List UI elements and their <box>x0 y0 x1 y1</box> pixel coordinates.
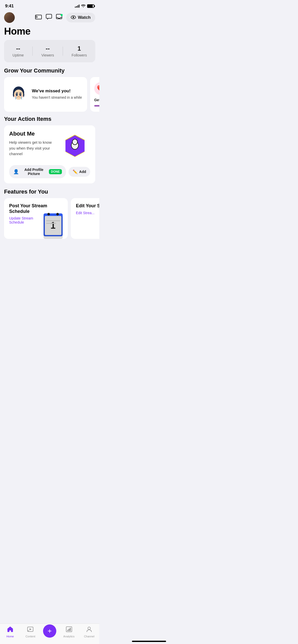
svg-point-18 <box>47 213 50 215</box>
viewers-value: -- <box>46 45 50 52</box>
svg-rect-23 <box>44 216 63 239</box>
svg-point-7 <box>14 90 23 100</box>
add-profile-label: Add Profile Picture <box>21 168 47 176</box>
about-me-description: Help viewers get to know you when they v… <box>9 140 57 157</box>
get-followers-text: Get 50 Follo... <box>94 98 99 102</box>
edit-stream-link[interactable]: Edit Strea... <box>76 211 99 215</box>
schedule-illustration: 1 <box>38 210 68 239</box>
watch-button-label: Watch <box>78 15 91 20</box>
stat-uptime: -- Uptime <box>12 45 24 57</box>
grow-community-scroll: We've missed you! You haven't streamed i… <box>0 77 99 116</box>
uptime-label: Uptime <box>12 53 24 57</box>
followers-progress-bar <box>94 105 99 107</box>
missed-title: We've missed you! <box>32 89 82 94</box>
followers-label: Followers <box>72 53 87 57</box>
done-badge: DONE <box>49 169 62 174</box>
add-label: Add <box>79 170 86 174</box>
stats-card: -- Uptime -- Viewers 1 Followers <box>4 40 95 62</box>
followers-value: 1 <box>77 45 81 52</box>
section-grow-title: Grow Your Community <box>0 67 99 77</box>
svg-point-11 <box>20 94 21 95</box>
missed-you-card[interactable]: We've missed you! You haven't streamed i… <box>4 77 87 112</box>
pencil-icon: ✏️ <box>73 169 78 174</box>
app-header: Watch <box>0 10 99 25</box>
missed-mascot <box>9 85 28 104</box>
status-icons <box>75 4 94 8</box>
viewers-label: Viewers <box>41 53 54 57</box>
svg-point-12 <box>14 96 16 97</box>
battery-icon <box>87 4 94 8</box>
wifi-icon <box>81 4 86 8</box>
about-me-heading: About Me <box>9 130 57 137</box>
svg-point-15 <box>72 139 77 145</box>
missed-text: We've missed you! You haven't streamed i… <box>32 89 82 100</box>
person-icon: 👤 <box>13 169 19 174</box>
notification-dot <box>61 14 63 16</box>
section-features-title: Features for You <box>0 188 99 198</box>
add-button-secondary[interactable]: ✏️ Add <box>69 167 90 177</box>
about-me-illustration <box>60 130 90 161</box>
about-me-content: About Me Help viewers get to know you wh… <box>9 130 90 161</box>
eye-icon <box>71 16 76 20</box>
features-scroll: Post Your Stream Schedule Update Stream … <box>0 198 99 244</box>
avatar[interactable] <box>4 12 15 23</box>
heart-icon: ❤️ <box>94 82 99 95</box>
svg-point-19 <box>56 213 59 215</box>
stat-divider-1 <box>32 47 33 56</box>
feature-edit-stream-card[interactable]: Edit Your Stream... Edit Strea... <box>71 198 99 239</box>
missed-body: You haven't streamed in a while <box>32 95 82 100</box>
followers-progress-fill <box>94 105 99 107</box>
action-buttons: 👤 Add Profile Picture DONE ✏️ Add <box>9 165 90 178</box>
svg-point-5 <box>73 17 74 18</box>
header-actions: Watch <box>35 13 95 22</box>
page-title: Home <box>0 25 99 40</box>
status-bar: 9:41 <box>0 0 99 10</box>
inbox-icon-wrap <box>56 14 62 21</box>
section-actions-title: Your Action Items <box>0 116 99 125</box>
stat-followers: 1 Followers <box>72 45 87 57</box>
svg-point-13 <box>21 96 23 97</box>
stat-divider-2 <box>63 47 63 56</box>
get-followers-card[interactable]: ❤️ Get 50 Follo... <box>90 77 99 112</box>
about-me-text: About Me Help viewers get to know you wh… <box>9 130 60 157</box>
cast-icon-wrap <box>35 14 42 21</box>
about-me-card: About Me Help viewers get to know you wh… <box>4 125 95 183</box>
chat-icon[interactable] <box>46 14 52 21</box>
svg-rect-2 <box>46 14 52 18</box>
add-profile-picture-button[interactable]: 👤 Add Profile Picture DONE <box>9 165 66 178</box>
stat-viewers: -- Viewers <box>41 45 54 57</box>
feature-edit-heading: Edit Your Stream... <box>76 203 99 209</box>
cast-icon[interactable] <box>35 14 42 21</box>
svg-point-10 <box>17 94 18 95</box>
signal-icon <box>75 5 79 8</box>
watch-button[interactable]: Watch <box>66 13 95 22</box>
chat-icon-wrap <box>46 14 52 21</box>
status-time: 9:41 <box>5 4 14 9</box>
uptime-value: -- <box>16 45 20 52</box>
svg-point-1 <box>35 18 36 19</box>
feature-schedule-card[interactable]: Post Your Stream Schedule Update Stream … <box>4 198 68 239</box>
